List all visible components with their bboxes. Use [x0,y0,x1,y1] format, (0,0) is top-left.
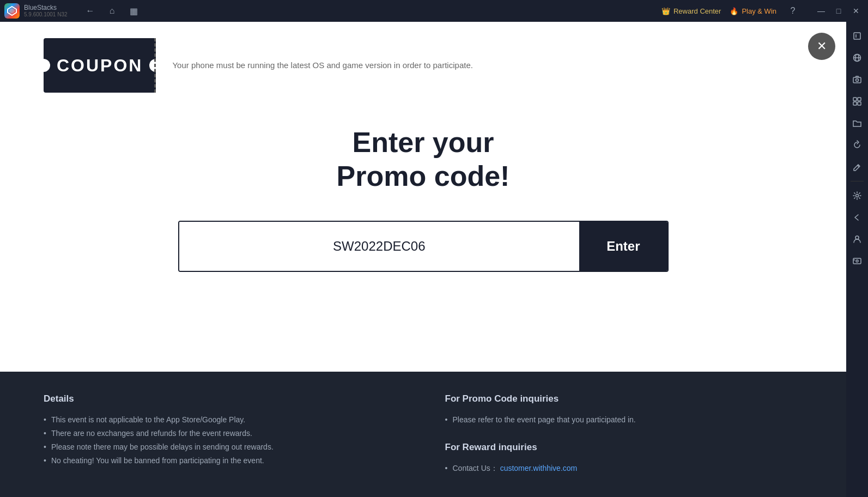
list-item: Contact Us： customer.withhive.com [445,462,803,475]
svg-point-8 [856,79,859,82]
upper-section: ✕ COUPON Your phone must be running the … [0,22,846,372]
svg-point-17 [856,260,858,262]
contact-prefix: Contact Us： [453,464,498,472]
list-item: Please refer to the event page that you … [445,413,803,427]
inquiries-column: For Promo Code inquiries Please refer to… [445,393,803,475]
coupon-label: COUPON [57,56,143,76]
svg-marker-1 [9,8,15,14]
promo-code-input[interactable] [179,222,580,271]
svg-rect-11 [853,102,857,105]
svg-rect-10 [858,98,861,101]
crown-icon: 👑 [661,7,670,15]
titlebar-right: 👑 Reward Center 🔥 Play & Win ? — □ ✕ [661,3,864,19]
coupon-badge: COUPON [44,38,156,93]
play-win-label: Play & Win [742,7,776,15]
sidebar-screenshot-icon[interactable] [847,251,867,271]
sidebar-folder-icon[interactable] [847,113,867,133]
main-area: ✕ COUPON Your phone must be running the … [0,22,868,497]
content-panel: ✕ COUPON Your phone must be running the … [0,22,846,497]
svg-rect-9 [853,98,857,101]
reward-center-button[interactable]: 👑 Reward Center [661,7,721,15]
coupon-notch-right [149,59,162,72]
promo-inquiries-list: Please refer to the event page that you … [445,413,803,427]
app-name: BlueStacks [24,4,68,11]
play-win-button[interactable]: 🔥 Play & Win [730,7,776,15]
coupon-notch-left [37,59,50,72]
right-sidebar [846,22,868,497]
sidebar-settings-icon[interactable] [847,186,867,205]
sidebar-camera-icon[interactable] [847,70,867,89]
app-version: 5.9.600.1001 N32 [24,11,68,17]
titlebar-left: BlueStacks 5.9.600.1001 N32 ← ⌂ ▦ [4,3,142,19]
sidebar-refresh-icon[interactable] [847,135,867,155]
sidebar-edit-icon[interactable] [847,157,867,177]
lower-section: Details This event is not applicable to … [0,372,846,497]
enter-button[interactable]: Enter [579,222,667,271]
details-list: This event is not applicable to the App … [44,413,402,468]
close-window-button[interactable]: ✕ [848,3,864,19]
minimize-button[interactable]: — [814,3,829,19]
titlebar: BlueStacks 5.9.600.1001 N32 ← ⌂ ▦ 👑 Rewa… [0,0,868,22]
svg-point-14 [856,195,859,197]
reward-center-label: Reward Center [673,7,721,15]
help-button[interactable]: ? [785,3,800,19]
list-item: No cheating! You will be banned from par… [44,454,402,468]
promo-heading: Enter your Promo code! [44,125,803,193]
promo-heading-area: Enter your Promo code! [44,104,803,221]
promo-heading-line2: Promo code! [337,160,510,192]
back-button[interactable]: ← [83,3,98,19]
list-item: Please note there may be possible delays… [44,440,402,454]
sidebar-divider [851,181,864,181]
promo-heading-line1: Enter your [352,126,494,158]
list-item: This event is not applicable to the App … [44,413,402,427]
reward-inquiries-list: Contact Us： customer.withhive.com [445,462,803,475]
svg-rect-12 [858,102,861,105]
input-area: Enter [44,221,803,305]
sidebar-puzzle-icon[interactable] [847,92,867,111]
promo-input-wrapper: Enter [178,221,669,272]
promo-inquiries-heading: For Promo Code inquiries [445,393,803,404]
tabs-button[interactable]: ▦ [126,3,142,19]
header-row: COUPON Your phone must be running the la… [44,22,803,104]
contact-link[interactable]: customer.withhive.com [500,464,578,472]
window-controls: — □ ✕ [814,3,864,19]
list-item: There are no exchanges and refunds for t… [44,427,402,440]
reward-inquiries-heading: For Reward inquiries [445,442,803,453]
sidebar-back-icon[interactable] [847,208,867,227]
svg-rect-7 [853,77,861,83]
lower-columns: Details This event is not applicable to … [44,393,803,475]
disclaimer-text: Your phone must be running the latest OS… [172,59,472,72]
home-button[interactable]: ⌂ [105,3,120,19]
details-heading: Details [44,393,402,404]
titlebar-nav: ← ⌂ ▦ [83,3,142,19]
fire-icon: 🔥 [730,7,738,15]
svg-point-15 [855,236,859,239]
sidebar-globe-icon[interactable] [847,48,867,68]
sidebar-user-icon[interactable] [847,229,867,249]
bluestacks-logo [4,3,20,19]
details-column: Details This event is not applicable to … [44,393,402,475]
maximize-button[interactable]: □ [831,3,846,19]
sidebar-rotate-icon[interactable] [847,26,867,46]
close-overlay-button[interactable]: ✕ [808,33,835,60]
svg-rect-16 [853,258,861,264]
svg-rect-2 [854,33,860,39]
